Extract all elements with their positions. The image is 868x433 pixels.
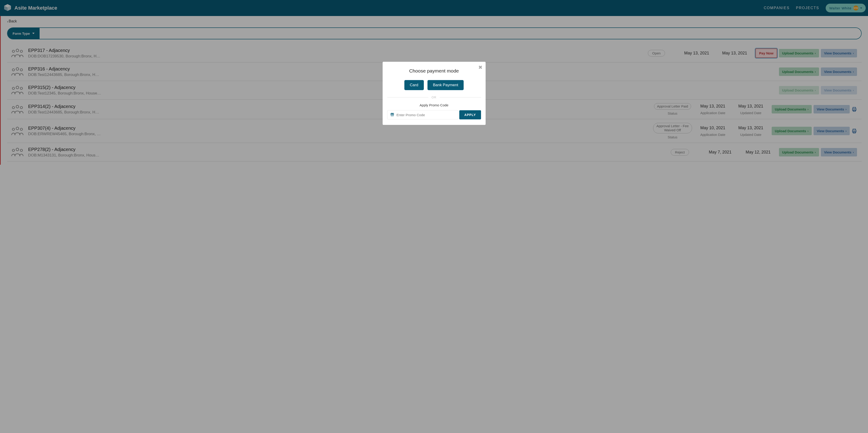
modal-title: Choose payment mode — [387, 68, 481, 74]
modal-overlay[interactable]: ✖ Choose payment mode Card Bank Payment … — [0, 0, 868, 433]
promo-code-input[interactable] — [397, 110, 456, 119]
close-icon[interactable]: ✖ — [478, 65, 483, 70]
card-button[interactable]: Card — [404, 80, 424, 90]
modal-button-row: Card Bank Payment — [387, 80, 481, 90]
bank-payment-button[interactable]: Bank Payment — [428, 80, 464, 90]
promo-row: APPLY — [387, 110, 481, 120]
payment-modal: ✖ Choose payment mode Card Bank Payment … — [383, 62, 486, 125]
or-text: OR — [432, 96, 437, 99]
promo-label: Apply Promo Code — [387, 103, 481, 107]
gift-icon — [390, 112, 394, 118]
or-separator: OR — [387, 96, 481, 99]
promo-input-wrap — [387, 110, 459, 120]
apply-promo-button[interactable]: APPLY — [459, 110, 481, 120]
